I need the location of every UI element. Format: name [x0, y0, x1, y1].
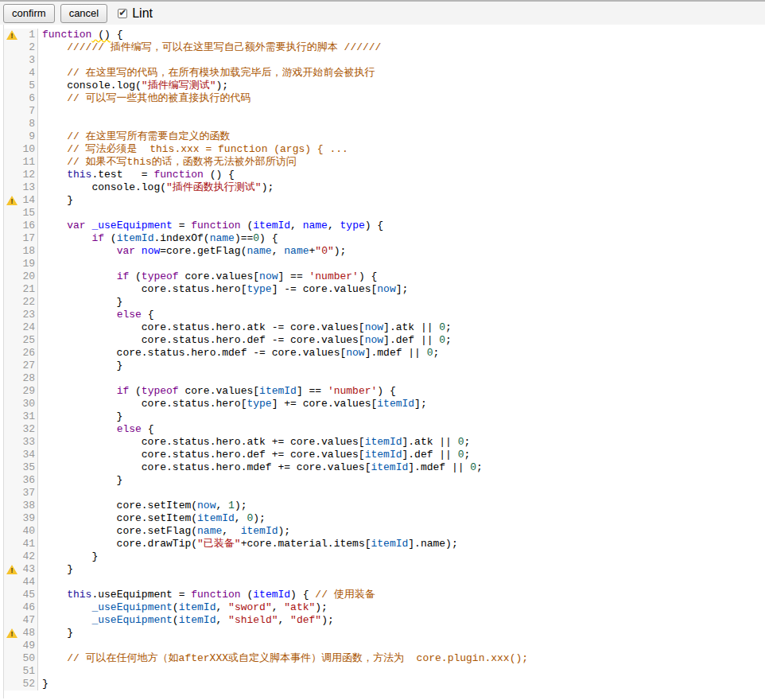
- code-line[interactable]: 46 _useEquipment(itemId, "sword", "atk")…: [4, 601, 765, 614]
- code-line[interactable]: 44: [4, 576, 765, 589]
- code-text[interactable]: // 在这里写所有需要自定义的函数: [38, 130, 765, 143]
- code-line[interactable]: 24 core.status.hero.atk -= core.values[n…: [4, 321, 765, 334]
- code-text[interactable]: if (typeof core.values[itemId] == 'numbe…: [38, 385, 765, 398]
- code-text[interactable]: core.status.hero[type] += core.values[it…: [38, 398, 765, 410]
- code-text[interactable]: }: [38, 550, 765, 563]
- code-text[interactable]: core.status.hero.def += core.values[item…: [38, 449, 765, 461]
- code-line[interactable]: 26 core.status.hero.mdef -= core.values[…: [4, 347, 765, 360]
- cancel-button[interactable]: cancel: [60, 4, 108, 23]
- code-line[interactable]: 30 core.status.hero[type] += core.values…: [4, 398, 765, 410]
- code-line[interactable]: 31 }: [4, 410, 765, 423]
- code-line[interactable]: 48 }: [4, 627, 765, 640]
- code-text[interactable]: [38, 487, 765, 500]
- code-line[interactable]: 10 // 写法必须是 this.xxx = function (args) {…: [4, 143, 765, 156]
- code-line[interactable]: 42 }: [4, 550, 765, 563]
- code-text[interactable]: }: [38, 360, 765, 372]
- code-text[interactable]: console.log("插件编写测试");: [38, 80, 765, 92]
- code-text[interactable]: // 如果不写this的话，函数将无法被外部所访问: [38, 156, 765, 169]
- code-line[interactable]: 20 if (typeof core.values[now] == 'numbe…: [4, 270, 765, 283]
- code-text[interactable]: [38, 640, 765, 652]
- code-line[interactable]: 15: [4, 207, 765, 220]
- code-text[interactable]: // 可以写一些其他的被直接执行的代码: [38, 92, 765, 105]
- code-line[interactable]: 18 var now=core.getFlag(name, name+"0");: [4, 245, 765, 258]
- code-line[interactable]: 47 _useEquipment(itemId, "shield", "def"…: [4, 614, 765, 627]
- code-line[interactable]: 11 // 如果不写this的话，函数将无法被外部所访问: [4, 156, 765, 169]
- code-text[interactable]: }: [38, 563, 765, 576]
- code-line[interactable]: 43 }: [4, 563, 765, 576]
- code-line[interactable]: 17 if (itemId.indexOf(name)==0) {: [4, 232, 765, 245]
- code-text[interactable]: }: [38, 678, 765, 690]
- code-line[interactable]: 38 core.setItem(now, 1);: [4, 500, 765, 512]
- code-line[interactable]: 33 core.status.hero.atk += core.values[i…: [4, 436, 765, 449]
- code-text[interactable]: else {: [38, 309, 765, 321]
- code-text[interactable]: _useEquipment(itemId, "shield", "def");: [38, 614, 765, 627]
- lint-warning-icon[interactable]: [6, 30, 17, 40]
- code-line[interactable]: 39 core.setItem(itemId, 0);: [4, 512, 765, 525]
- code-text[interactable]: [38, 105, 765, 118]
- code-text[interactable]: var _useEquipment = function (itemId, na…: [38, 220, 765, 232]
- code-line[interactable]: 37: [4, 487, 765, 500]
- code-line[interactable]: 7: [4, 105, 765, 118]
- code-text[interactable]: // 写法必须是 this.xxx = function (args) { ..…: [38, 143, 765, 156]
- code-line[interactable]: 50 // 可以在任何地方（如afterXXX或自定义脚本事件）调用函数，方法为…: [4, 652, 765, 665]
- code-text[interactable]: var now=core.getFlag(name, name+"0");: [38, 245, 765, 258]
- lint-checkbox[interactable]: [118, 9, 127, 18]
- code-line[interactable]: 28: [4, 372, 765, 385]
- code-text[interactable]: [38, 118, 765, 130]
- code-text[interactable]: [38, 665, 765, 678]
- code-text[interactable]: }: [38, 627, 765, 640]
- code-text[interactable]: [38, 576, 765, 589]
- code-text[interactable]: ////// 插件编写，可以在这里写自己额外需要执行的脚本 //////: [38, 41, 765, 54]
- code-text[interactable]: [38, 372, 765, 385]
- code-text[interactable]: [38, 54, 765, 67]
- code-text[interactable]: if (itemId.indexOf(name)==0) {: [38, 232, 765, 245]
- code-line[interactable]: 8: [4, 118, 765, 130]
- code-text[interactable]: // 可以在任何地方（如afterXXX或自定义脚本事件）调用函数，方法为 co…: [38, 652, 765, 665]
- code-text[interactable]: [38, 258, 765, 270]
- code-line[interactable]: 4 // 在这里写的代码，在所有模块加载完毕后，游戏开始前会被执行: [4, 67, 765, 80]
- code-line[interactable]: 52}: [4, 678, 765, 690]
- code-line[interactable]: 12 this.test = function () {: [4, 169, 765, 181]
- lint-warning-icon[interactable]: [6, 628, 17, 638]
- code-text[interactable]: core.status.hero.mdef -= core.values[now…: [38, 347, 765, 360]
- code-line[interactable]: 3: [4, 54, 765, 67]
- code-line[interactable]: 14 }: [4, 194, 765, 207]
- code-line[interactable]: 19: [4, 258, 765, 270]
- code-text[interactable]: core.setItem(now, 1);: [38, 500, 765, 512]
- code-line[interactable]: 23 else {: [4, 309, 765, 321]
- code-text[interactable]: core.setItem(itemId, 0);: [38, 512, 765, 525]
- code-line[interactable]: 21 core.status.hero[type] -= core.values…: [4, 283, 765, 296]
- code-text[interactable]: core.status.hero.atk -= core.values[now]…: [38, 321, 765, 334]
- code-text[interactable]: }: [38, 474, 765, 487]
- lint-warning-icon[interactable]: [6, 565, 17, 574]
- code-text[interactable]: this.useEquipment = function (itemId) { …: [38, 589, 765, 601]
- code-line[interactable]: 45 this.useEquipment = function (itemId)…: [4, 589, 765, 601]
- code-line[interactable]: 22 }: [4, 296, 765, 309]
- code-line[interactable]: 49: [4, 640, 765, 652]
- code-line[interactable]: 13 console.log("插件函数执行测试");: [4, 181, 765, 194]
- code-text[interactable]: if (typeof core.values[now] == 'number')…: [38, 270, 765, 283]
- code-line[interactable]: 34 core.status.hero.def += core.values[i…: [4, 449, 765, 461]
- code-text[interactable]: console.log("插件函数执行测试");: [38, 181, 765, 194]
- lint-warning-icon[interactable]: [6, 196, 17, 205]
- code-line[interactable]: 2 ////// 插件编写，可以在这里写自己额外需要执行的脚本 //////: [4, 41, 765, 54]
- code-text[interactable]: core.setFlag(name, itemId);: [38, 525, 765, 538]
- lint-toggle[interactable]: Lint: [118, 6, 153, 21]
- confirm-button[interactable]: confirm: [3, 4, 55, 23]
- code-line[interactable]: 6 // 可以写一些其他的被直接执行的代码: [4, 92, 765, 105]
- code-line[interactable]: 1function () {: [4, 29, 765, 41]
- code-line[interactable]: 5 console.log("插件编写测试");: [4, 80, 765, 92]
- code-editor[interactable]: 1function () {2 ////// 插件编写，可以在这里写自己额外需要…: [3, 25, 765, 698]
- code-text[interactable]: }: [38, 410, 765, 423]
- code-line[interactable]: 9 // 在这里写所有需要自定义的函数: [4, 130, 765, 143]
- code-text[interactable]: [38, 207, 765, 220]
- code-text[interactable]: core.drawTip("已装备"+core.material.items[i…: [38, 538, 765, 550]
- code-text[interactable]: _useEquipment(itemId, "sword", "atk");: [38, 601, 765, 614]
- code-line[interactable]: 16 var _useEquipment = function (itemId,…: [4, 220, 765, 232]
- code-text[interactable]: }: [38, 296, 765, 309]
- code-line[interactable]: 41 core.drawTip("已装备"+core.material.item…: [4, 538, 765, 550]
- code-text[interactable]: function () {: [38, 29, 765, 41]
- code-line[interactable]: 35 core.status.hero.mdef += core.values[…: [4, 461, 765, 474]
- code-text[interactable]: core.status.hero.atk += core.values[item…: [38, 436, 765, 449]
- code-line[interactable]: 36 }: [4, 474, 765, 487]
